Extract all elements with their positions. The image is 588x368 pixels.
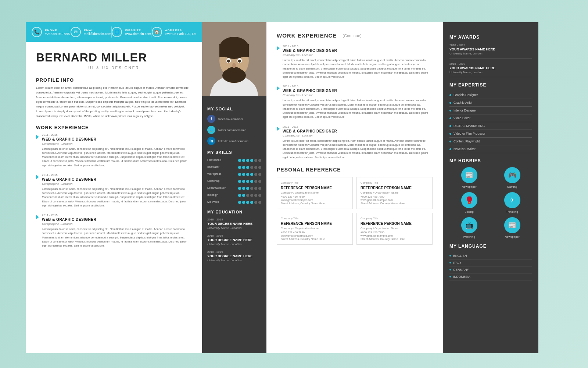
hobbies-title: MY HOBBIES: [449, 158, 532, 163]
hobby-icon: 📰: [461, 167, 477, 183]
ref-company-title: Company Title: [281, 217, 349, 220]
filled-dot: [238, 166, 241, 169]
skill-dots: [238, 187, 261, 190]
expertise-dot-icon: [449, 148, 451, 150]
reference-card: Company Title REFERENCE PERSON NAME Comp…: [277, 177, 353, 209]
hobby-icon: 📰: [504, 217, 520, 233]
filled-dot: [238, 201, 241, 204]
hobbies-grid: 📰 Newspaper 🎮 Gaming 🥊 Boxing ✈ Travelin…: [449, 167, 532, 238]
language-label: ENGLISH: [453, 254, 467, 258]
email-value: mail@domain.com: [84, 32, 111, 36]
ref-name: REFERENCE PERSON NAME: [281, 222, 349, 226]
edu-year: 2018 - 2019: [207, 218, 261, 221]
work-year: 2011 - 2015: [42, 213, 192, 217]
award-item: 2018 - 2019 YOUR AWARDS NAME HERE Univer…: [449, 62, 532, 77]
email-info: ✉ EMAIL mail@domain.com: [71, 27, 111, 37]
ref-org: Company / Organization Name: [281, 227, 349, 230]
work-arrow-icon: [36, 175, 39, 179]
education-item: 2018 - 2019 YOUR DEGREE NAME HERE Univer…: [207, 234, 261, 246]
work-company: Company.inc - Location: [283, 134, 433, 137]
empty-dot: [258, 180, 261, 183]
expertise-item: Graphic Artist: [449, 99, 532, 107]
empty-dot: [258, 166, 261, 169]
sidebar-content: MY SOCIAL f facebook.com/user 🐦 twitter.…: [202, 96, 266, 272]
skills-section-title: MY SKILLS: [207, 150, 261, 155]
expertise-title: MY EXPERTISE: [449, 82, 532, 88]
ref-name: REFERENCE PERSON NAME: [361, 186, 429, 190]
work-company: Company.inc - Location: [283, 93, 433, 97]
skill-name: Sketchup: [207, 179, 219, 183]
awards-list: 2018 - 2019 YOUR AWARDS NAME HERE Univer…: [449, 43, 532, 77]
work-item: 2011 - 2015 WEB & GRAPHIC DESIGNER Compa…: [36, 173, 192, 208]
skill-dots: [238, 159, 261, 162]
ref-org: Company / Organization Name: [281, 191, 349, 194]
skill-item: Dreamweaver: [207, 186, 261, 191]
filled-dot: [242, 159, 245, 162]
page2-work-items: 2011 - 2015 WEB & GRAPHIC DESIGNER Compa…: [277, 45, 433, 159]
skill-name: Illustrator: [207, 165, 219, 169]
filled-dot: [246, 173, 249, 176]
address-icon: 🏠: [152, 27, 162, 37]
expertise-item: Novelist / Writer: [449, 145, 532, 153]
expertise-label: Content Playwright: [453, 139, 480, 143]
photo-area: [202, 22, 266, 96]
skill-name: Indesign: [207, 193, 218, 197]
work-item: 2011 - 2015 WEB & GRAPHIC DESIGNER Compa…: [277, 45, 433, 79]
empty-dot: [254, 180, 257, 183]
filled-dot: [246, 159, 249, 162]
twitter-icon: 🐦: [207, 126, 215, 134]
hobby-icon: 📺: [461, 217, 477, 233]
reference-card: Company Title REFERENCE PERSON NAME Comp…: [356, 213, 433, 245]
filled-dot: [250, 201, 253, 204]
reference-section-title: PESONAL REFERENCE: [277, 167, 433, 173]
work-year: 2011 - 2015: [283, 45, 433, 48]
reference-card: Company Title REFERENCE PERSON NAME Comp…: [356, 177, 433, 209]
name-section: BERNARD MILLER UI & UX DESIGNER: [36, 51, 192, 70]
language-label: INDONESIA: [453, 275, 470, 279]
work-marker: [36, 213, 39, 248]
work-desc: Lorem ipsum dolor sit amet, consectetur …: [283, 58, 433, 79]
filled-dot: [246, 187, 249, 190]
edu-degree: YOUR DEGREE NAME HERE: [207, 222, 261, 226]
ref-email: www.gmail@example.com: [361, 198, 429, 202]
skill-item: Indesign: [207, 193, 261, 198]
work-company: Company.inc - Location: [42, 222, 192, 226]
ref-phone: +000 123 456 7890: [361, 195, 429, 198]
expertise-dot-icon: [449, 102, 451, 104]
edu-degree: YOUR DEGREE NAME HERE: [207, 254, 261, 258]
award-name: YOUR AWARDS NAME HERE: [449, 47, 532, 51]
work-item: 2011 - 2015 WEB & GRAPHIC DESIGNER Compa…: [36, 133, 192, 167]
website-label: WEBSITE: [125, 29, 151, 32]
ref-company-title: Company Title: [361, 217, 429, 220]
work-title: WEB & GRAPHIC DESIGNER: [283, 49, 433, 53]
empty-dot: [250, 194, 253, 197]
ref-address: Street Address, Country Name Here: [281, 202, 349, 205]
expertise-label: DIGITAL MARKETING: [453, 124, 485, 128]
skill-dots: [238, 180, 261, 183]
twitter-handle: twitter.com/username: [218, 128, 246, 132]
expertise-dot-icon: [449, 110, 451, 112]
work-arrow-icon: [36, 135, 39, 139]
award-year: 2018 - 2019: [449, 43, 532, 47]
expertise-label: Video Editor: [453, 116, 470, 120]
ref-email: www.gmail@example.com: [281, 198, 349, 202]
facebook-handle: facebook.com/user: [218, 117, 243, 121]
empty-dot: [254, 194, 257, 197]
ref-address: Street Address, Country Name Here: [361, 202, 429, 205]
social-item-facebook: f facebook.com/user: [207, 115, 261, 123]
email-icon: ✉: [71, 27, 81, 37]
empty-dot: [250, 187, 253, 190]
language-label: GERMANY: [453, 268, 469, 272]
ref-name: REFERENCE PERSON NAME: [281, 186, 349, 190]
work-marker: [277, 85, 280, 119]
resume-container: 📞 PHONE +25 959 959 995 ✉ EMAIL mail@dom…: [26, 22, 562, 353]
ref-company-title: Company Title: [281, 181, 349, 184]
address-info: 🏠 ADDRESS Avenue Park 120, LA: [152, 27, 196, 37]
skill-name: Photoshop: [207, 158, 221, 162]
ref-phone: +000 123 456 7890: [281, 231, 349, 234]
filled-dot: [238, 194, 241, 197]
language-label: ITALY: [453, 261, 461, 265]
skill-item: Wordpress: [207, 172, 261, 177]
work-desc: Lorem ipsum dolor sit amet, consectetur …: [42, 227, 192, 248]
education-section-title: MY EDUCATION: [207, 210, 261, 214]
